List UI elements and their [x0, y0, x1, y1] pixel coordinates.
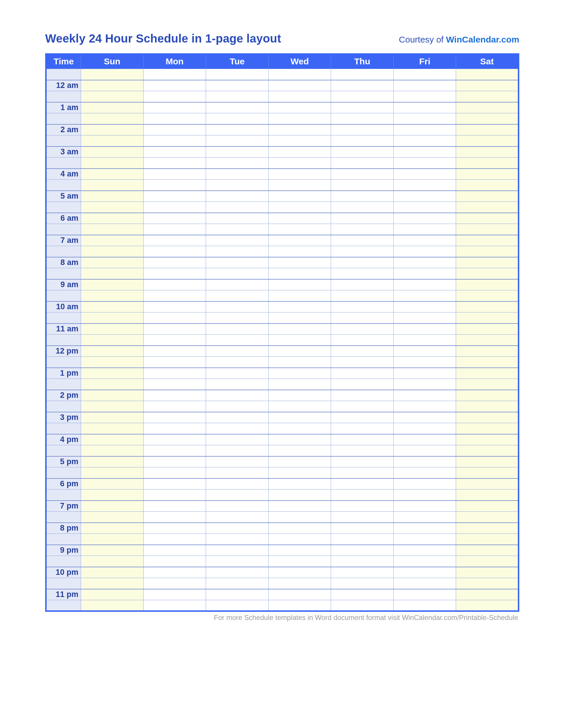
schedule-cell[interactable]: [394, 246, 456, 257]
schedule-cell[interactable]: [456, 445, 519, 456]
schedule-cell[interactable]: [456, 600, 519, 611]
schedule-cell[interactable]: [268, 512, 331, 523]
schedule-cell[interactable]: [394, 478, 456, 490]
schedule-cell[interactable]: [456, 567, 519, 578]
schedule-cell[interactable]: [331, 379, 394, 390]
schedule-cell[interactable]: [331, 357, 394, 368]
schedule-cell[interactable]: [331, 600, 394, 611]
schedule-cell[interactable]: [81, 268, 144, 279]
schedule-cell[interactable]: [331, 180, 394, 191]
schedule-cell[interactable]: [394, 567, 456, 578]
schedule-cell[interactable]: [143, 191, 206, 202]
schedule-cell[interactable]: [143, 235, 206, 246]
schedule-cell[interactable]: [456, 113, 519, 124]
schedule-cell[interactable]: [143, 224, 206, 235]
schedule-cell[interactable]: [331, 312, 394, 324]
schedule-cell[interactable]: [394, 523, 456, 534]
schedule-cell[interactable]: [456, 202, 519, 213]
schedule-cell[interactable]: [206, 335, 269, 346]
schedule-cell[interactable]: [331, 512, 394, 523]
schedule-cell[interactable]: [456, 290, 519, 301]
schedule-cell[interactable]: [206, 456, 269, 467]
schedule-cell[interactable]: [456, 501, 519, 512]
schedule-cell[interactable]: [81, 346, 144, 357]
schedule-cell[interactable]: [206, 158, 269, 169]
schedule-cell[interactable]: [456, 257, 519, 268]
schedule-cell[interactable]: [394, 268, 456, 279]
schedule-cell[interactable]: [81, 534, 144, 545]
schedule-cell[interactable]: [456, 346, 519, 357]
schedule-cell[interactable]: [143, 202, 206, 213]
schedule-cell[interactable]: [81, 423, 144, 434]
schedule-cell[interactable]: [143, 434, 206, 445]
schedule-cell[interactable]: [81, 146, 144, 158]
schedule-cell[interactable]: [268, 80, 331, 91]
schedule-cell[interactable]: [394, 301, 456, 312]
schedule-cell[interactable]: [81, 501, 144, 512]
schedule-cell[interactable]: [268, 501, 331, 512]
schedule-cell[interactable]: [394, 180, 456, 191]
schedule-cell[interactable]: [331, 589, 394, 600]
schedule-cell[interactable]: [456, 434, 519, 445]
schedule-cell[interactable]: [143, 268, 206, 279]
schedule-cell[interactable]: [331, 80, 394, 91]
schedule-cell[interactable]: [268, 102, 331, 113]
schedule-cell[interactable]: [456, 69, 519, 80]
schedule-cell[interactable]: [331, 523, 394, 534]
schedule-cell[interactable]: [331, 113, 394, 124]
schedule-cell[interactable]: [81, 102, 144, 113]
schedule-cell[interactable]: [268, 257, 331, 268]
schedule-cell[interactable]: [331, 301, 394, 312]
schedule-cell[interactable]: [268, 279, 331, 290]
schedule-cell[interactable]: [268, 213, 331, 224]
schedule-cell[interactable]: [206, 390, 269, 401]
schedule-cell[interactable]: [206, 324, 269, 335]
schedule-cell[interactable]: [268, 456, 331, 467]
schedule-cell[interactable]: [268, 368, 331, 379]
schedule-cell[interactable]: [331, 545, 394, 556]
schedule-cell[interactable]: [331, 423, 394, 434]
schedule-cell[interactable]: [206, 113, 269, 124]
schedule-cell[interactable]: [394, 423, 456, 434]
schedule-cell[interactable]: [394, 146, 456, 158]
schedule-cell[interactable]: [206, 545, 269, 556]
schedule-cell[interactable]: [268, 312, 331, 324]
schedule-cell[interactable]: [456, 146, 519, 158]
schedule-cell[interactable]: [143, 401, 206, 412]
schedule-cell[interactable]: [456, 357, 519, 368]
schedule-cell[interactable]: [143, 445, 206, 456]
schedule-cell[interactable]: [456, 401, 519, 412]
schedule-cell[interactable]: [81, 301, 144, 312]
schedule-cell[interactable]: [143, 423, 206, 434]
schedule-cell[interactable]: [143, 412, 206, 423]
schedule-cell[interactable]: [81, 124, 144, 135]
schedule-cell[interactable]: [331, 202, 394, 213]
schedule-cell[interactable]: [456, 80, 519, 91]
schedule-cell[interactable]: [456, 423, 519, 434]
schedule-cell[interactable]: [81, 567, 144, 578]
schedule-cell[interactable]: [143, 124, 206, 135]
schedule-cell[interactable]: [456, 235, 519, 246]
schedule-cell[interactable]: [143, 501, 206, 512]
schedule-cell[interactable]: [143, 534, 206, 545]
schedule-cell[interactable]: [394, 368, 456, 379]
schedule-cell[interactable]: [81, 445, 144, 456]
schedule-cell[interactable]: [268, 467, 331, 478]
schedule-cell[interactable]: [331, 467, 394, 478]
schedule-cell[interactable]: [143, 589, 206, 600]
schedule-cell[interactable]: [268, 69, 331, 80]
schedule-cell[interactable]: [206, 268, 269, 279]
schedule-cell[interactable]: [268, 158, 331, 169]
schedule-cell[interactable]: [81, 478, 144, 490]
schedule-cell[interactable]: [331, 246, 394, 257]
schedule-cell[interactable]: [331, 401, 394, 412]
schedule-cell[interactable]: [268, 246, 331, 257]
schedule-cell[interactable]: [143, 69, 206, 80]
schedule-cell[interactable]: [456, 478, 519, 490]
schedule-cell[interactable]: [456, 512, 519, 523]
schedule-cell[interactable]: [81, 158, 144, 169]
schedule-cell[interactable]: [81, 556, 144, 567]
schedule-cell[interactable]: [206, 257, 269, 268]
schedule-cell[interactable]: [331, 191, 394, 202]
schedule-cell[interactable]: [206, 434, 269, 445]
